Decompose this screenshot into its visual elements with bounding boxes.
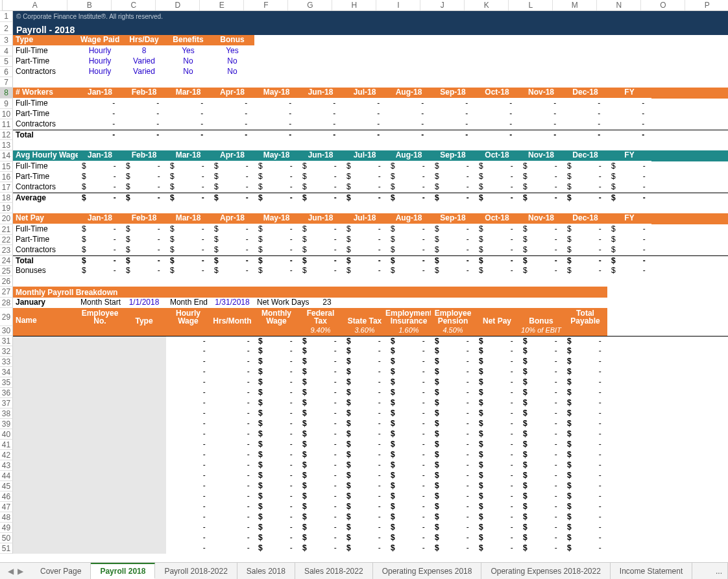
mpb-money[interactable]: $- (519, 388, 563, 398)
mpb-money[interactable]: $- (563, 398, 607, 408)
val-cell[interactable]: - (78, 109, 122, 119)
row-label[interactable]: Contractors (13, 245, 78, 255)
mpb-money[interactable]: $- (343, 533, 387, 543)
mpb-money[interactable]: $- (343, 481, 387, 491)
row-head-28[interactable]: 28 (0, 298, 13, 308)
val-cell[interactable]: $- (166, 172, 210, 182)
val-cell[interactable]: $- (210, 224, 254, 235)
row-head-46[interactable]: 46 (0, 491, 13, 502)
mpb-money[interactable]: $- (431, 346, 475, 357)
mpb-money[interactable]: $- (387, 367, 431, 377)
val-cell[interactable]: - (431, 130, 475, 140)
row-head-40[interactable]: 40 (0, 429, 13, 440)
mpb-money[interactable]: $- (431, 481, 475, 491)
row-head-10[interactable]: 10 (0, 109, 13, 119)
mpb-money[interactable]: $- (343, 460, 387, 471)
mpb-money[interactable]: $- (519, 398, 563, 408)
val-cell[interactable]: $- (122, 245, 166, 255)
mpb-money[interactable]: $- (563, 367, 607, 377)
mpb-money[interactable]: $- (254, 398, 298, 408)
val-cell[interactable]: - (210, 99, 254, 109)
val-cell[interactable]: $- (166, 224, 210, 235)
row-label[interactable]: Part-Time (13, 172, 78, 182)
row-head-35[interactable]: 35 (0, 377, 13, 388)
mpb-name[interactable] (13, 398, 78, 408)
mpb-money[interactable]: $- (431, 337, 475, 347)
tab-nav[interactable]: ◀ ▶ (0, 563, 31, 579)
mpb-money[interactable]: $- (475, 398, 519, 408)
mpb-hw[interactable]: - (166, 357, 210, 367)
mpb-type[interactable] (122, 357, 166, 367)
mpb-hm[interactable]: - (210, 450, 254, 460)
mpb-hm[interactable]: - (210, 377, 254, 388)
mpb-money[interactable]: $- (387, 419, 431, 429)
val-cell[interactable]: - (519, 109, 563, 119)
val-cell[interactable]: $- (166, 255, 210, 266)
mpb-money[interactable]: $- (298, 388, 343, 398)
mpb-money[interactable]: $- (519, 543, 563, 554)
tab-next-icon[interactable]: ▶ (18, 567, 23, 576)
mpb-money[interactable]: $- (343, 346, 387, 357)
row-head-49[interactable]: 49 (0, 523, 13, 533)
mpb-money[interactable]: $- (343, 429, 387, 440)
mpb-money[interactable]: $- (475, 481, 519, 491)
mpb-money[interactable]: $- (519, 408, 563, 419)
mpb-hw[interactable]: - (166, 388, 210, 398)
sheet-tab[interactable]: Payroll 2018 (91, 563, 155, 579)
val-cell[interactable]: $- (254, 235, 298, 245)
mpb-money[interactable]: $- (563, 460, 607, 471)
mpb-money[interactable]: $- (563, 523, 607, 533)
mpb-empno[interactable] (78, 337, 122, 347)
val-cell[interactable]: - (298, 130, 343, 140)
row-label[interactable]: Contractors (13, 182, 78, 193)
val-cell[interactable]: $- (254, 172, 298, 182)
row-head-13[interactable]: 13 (0, 140, 13, 150)
val-cell[interactable]: - (475, 99, 519, 109)
mpb-money[interactable]: $- (343, 512, 387, 523)
row-head-16[interactable]: 16 (0, 172, 13, 182)
col-head-N[interactable]: N (597, 0, 641, 10)
mpb-money[interactable]: $- (387, 491, 431, 502)
val-cell[interactable]: - (343, 109, 387, 119)
col-head-G[interactable]: G (288, 0, 332, 10)
mpb-money[interactable]: $- (343, 471, 387, 481)
mpb-money[interactable]: $- (563, 450, 607, 460)
mpb-money[interactable]: $- (519, 429, 563, 440)
mpb-money[interactable]: $- (254, 419, 298, 429)
val-cell[interactable]: $- (475, 172, 519, 182)
mpb-hm[interactable]: - (210, 512, 254, 523)
mpb-money[interactable]: $- (298, 429, 343, 440)
mpb-name[interactable] (13, 502, 78, 512)
col-head-E[interactable]: E (200, 0, 244, 10)
mpb-money[interactable]: $- (475, 491, 519, 502)
val-cell[interactable]: $- (210, 161, 254, 172)
type-row-label[interactable]: Contractors (13, 67, 78, 77)
mpb-money[interactable]: $- (387, 377, 431, 388)
mpb-name[interactable] (13, 523, 78, 533)
mpb-name[interactable] (13, 460, 78, 471)
val-cell[interactable]: $- (343, 161, 387, 172)
mpb-hw[interactable]: - (166, 408, 210, 419)
mpb-money[interactable]: $- (563, 346, 607, 357)
val-cell[interactable]: $- (166, 193, 210, 203)
mpb-money[interactable]: $- (519, 357, 563, 367)
row-head-6[interactable]: 6 (0, 67, 13, 77)
val-cell[interactable]: - (607, 130, 651, 140)
mpb-name[interactable] (13, 512, 78, 523)
mpb-hw[interactable]: - (166, 502, 210, 512)
val-cell[interactable]: $- (607, 172, 651, 182)
row-label[interactable]: Full-Time (13, 224, 78, 235)
col-head-B[interactable]: B (67, 0, 112, 10)
mpb-money[interactable]: $- (475, 440, 519, 450)
mpb-money[interactable]: $- (387, 533, 431, 543)
mpb-hw[interactable]: - (166, 440, 210, 450)
val-cell[interactable]: $- (210, 193, 254, 203)
mpb-money[interactable]: $- (387, 440, 431, 450)
val-cell[interactable]: - (563, 119, 607, 130)
mpb-money[interactable]: $- (298, 398, 343, 408)
mpb-money[interactable]: $- (298, 533, 343, 543)
val-cell[interactable]: $- (563, 224, 607, 235)
mpb-type[interactable] (122, 450, 166, 460)
row-label[interactable]: Full-Time (13, 99, 78, 109)
mpb-money[interactable]: $- (519, 367, 563, 377)
